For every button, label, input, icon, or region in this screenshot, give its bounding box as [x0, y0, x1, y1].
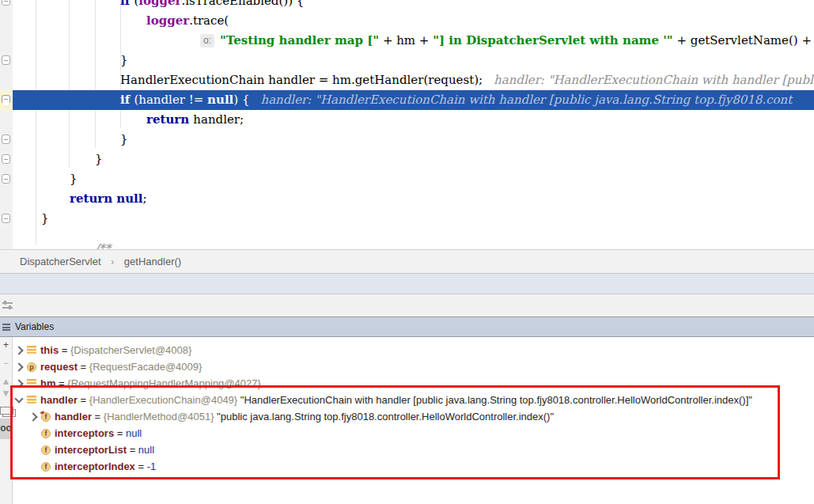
panel-splitter[interactable]: [0, 274, 814, 294]
variable-value: -1: [147, 460, 157, 472]
variable-name: hm: [40, 377, 56, 389]
breadcrumb: DispatcherServlet › getHandler(): [0, 249, 814, 274]
variable-string-value: "public java.lang.String top.fjy8018.con…: [214, 411, 554, 423]
remove-watch-icon[interactable]: −: [0, 358, 12, 369]
code-token: }: [70, 172, 78, 186]
variable-value: null: [138, 444, 154, 456]
variable-reference: {HandlerExecutionChain@4049}: [89, 394, 237, 406]
variable-name: interceptorList: [55, 444, 127, 456]
variable-icon: [27, 379, 36, 388]
add-watch-icon[interactable]: +: [0, 339, 12, 351]
code-text: logger.trace(: [146, 11, 229, 31]
variable-reference: {RequestFacade@4009}: [89, 361, 203, 373]
variable-row[interactable]: hm = {RequestMappingHandlerMapping@4027}: [13, 375, 814, 392]
code-token: }: [120, 53, 128, 67]
code-line[interactable]: HandlerExecutionChain handler = hm.getHa…: [0, 70, 814, 90]
code-text: o:"Testing handler map [" + hm + "] in D…: [200, 31, 814, 51]
duplicate-frames-icon[interactable]: [0, 407, 13, 415]
chevron-right-icon[interactable]: [14, 346, 23, 354]
variable-name: request: [40, 361, 78, 373]
code-token: if: [120, 93, 134, 107]
variables-tree[interactable]: this = {DispatcherServlet@4008}prequest …: [13, 337, 814, 504]
fold-marker-icon[interactable]: −: [2, 135, 10, 144]
variable-row[interactable]: handler = {HandlerExecutionChain@4049} "…: [13, 392, 814, 408]
equals-sign: =: [56, 377, 68, 389]
chevron-right-icon[interactable]: [14, 379, 23, 388]
code-token: return null: [70, 191, 143, 206]
variables-panel-title: Variables: [15, 321, 54, 332]
code-editor[interactable]: −if (logger.isTraceEnabled()) {logger.tr…: [0, 0, 814, 249]
chevron-right-icon[interactable]: [28, 412, 37, 421]
code-token: "] in DispatcherServlet with name '": [433, 33, 672, 47]
variable-row[interactable]: finterceptorList = null: [13, 441, 814, 458]
fold-marker-icon[interactable]: −: [2, 154, 10, 164]
fold-marker-icon[interactable]: −: [2, 174, 10, 184]
watches-glasses-icon[interactable]: oo: [0, 423, 12, 434]
code-token: ) {: [233, 93, 249, 107]
code-text: }: [120, 51, 128, 70]
code-line[interactable]: −if (logger.isTraceEnabled()) {: [0, 0, 814, 11]
equals-sign: =: [78, 394, 89, 406]
field-icon: f: [41, 429, 51, 438]
code-line[interactable]: −}: [0, 150, 814, 169]
code-line[interactable]: o:"Testing handler map [" + hm + "] in D…: [0, 31, 814, 51]
code-token: }: [95, 152, 103, 166]
execution-line[interactable]: −if (handler != null) {handler: "Handler…: [0, 90, 814, 110]
move-up-icon[interactable]: ▲: [0, 376, 12, 387]
code-text: }: [41, 209, 49, 229]
variable-row[interactable]: finterceptors = null: [13, 425, 814, 441]
code-token: HandlerExecutionChain handler = hm.getHa…: [120, 73, 483, 87]
variable-row[interactable]: fhandler = {HandlerMethod@4051} "public …: [13, 408, 814, 425]
equals-sign: =: [78, 361, 89, 373]
variable-row[interactable]: prequest = {RequestFacade@4009}: [13, 358, 814, 375]
variable-name: this: [40, 344, 59, 356]
code-line[interactable]: logger.trace(: [0, 11, 814, 31]
variable-name: handler: [55, 411, 92, 423]
field-icon: f: [41, 412, 51, 422]
variable-reference: {RequestMappingHandlerMapping@4027}: [67, 377, 260, 389]
code-token: logger: [146, 13, 189, 28]
code-text: }: [95, 150, 103, 169]
equals-sign: =: [114, 427, 126, 439]
code-text: if (logger.isTraceEnabled()) {: [120, 0, 304, 11]
chevron-right-icon: ›: [111, 251, 114, 274]
code-token: }: [120, 132, 128, 146]
code-line[interactable]: return null;: [0, 189, 814, 209]
fold-marker-icon[interactable]: −: [2, 55, 10, 65]
code-line[interactable]: −}: [0, 209, 814, 229]
menu-icon: [2, 324, 10, 331]
code-line[interactable]: −}: [0, 51, 814, 70]
variable-string-value: "HandlerExecutionChain with handler [pub…: [237, 394, 752, 406]
fold-marker-icon[interactable]: −: [2, 95, 10, 107]
variable-row[interactable]: this = {DispatcherServlet@4008}: [13, 342, 814, 358]
code-line[interactable]: return handler;: [0, 110, 814, 130]
layout-settings-icon[interactable]: [2, 301, 13, 311]
code-line[interactable]: −}: [0, 130, 814, 150]
breadcrumb-item-method[interactable]: getHandler(): [124, 250, 181, 273]
fold-marker-icon[interactable]: −: [2, 0, 10, 6]
breadcrumb-item-class[interactable]: DispatcherServlet: [20, 250, 101, 273]
inline-debugger-hint: handler: "HandlerExecutionChain with han…: [494, 73, 814, 87]
equals-sign: =: [135, 460, 147, 472]
debugger-toolbar: [0, 294, 814, 317]
variables-panel: + − ▲ ▼ oo this = {DispatcherServlet@400…: [0, 337, 814, 504]
variable-name: interceptorIndex: [55, 460, 135, 472]
parameter-icon: p: [27, 362, 36, 372]
code-line[interactable]: −}: [0, 169, 814, 189]
chevron-right-icon[interactable]: [14, 362, 23, 371]
move-down-icon[interactable]: ▼: [0, 388, 12, 399]
code-token: .isTraceEnabled()) {: [181, 0, 304, 8]
code-token: + getServletName() +: [673, 33, 814, 47]
parameter-hint-chip: o:: [200, 34, 214, 47]
variable-icon: [27, 396, 36, 404]
variable-value: null: [126, 427, 142, 439]
equals-sign: =: [127, 444, 138, 456]
code-token: ;: [143, 191, 147, 206]
variable-row[interactable]: finterceptorIndex = -1: [13, 458, 814, 475]
code-text: return handler;: [146, 110, 244, 130]
fold-marker-icon[interactable]: −: [2, 214, 10, 223]
code-token: null: [207, 93, 233, 107]
code-token: }: [41, 211, 49, 225]
code-token: "Testing handler map [": [220, 33, 379, 47]
chevron-down-icon[interactable]: [14, 394, 23, 403]
